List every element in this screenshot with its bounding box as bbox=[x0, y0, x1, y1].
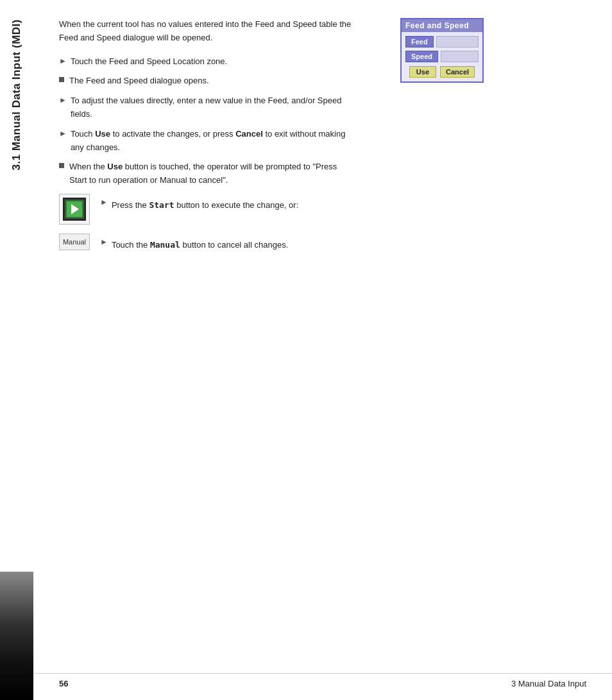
bullet-1: ► Touch the Feed and Speed Location zone… bbox=[59, 55, 354, 69]
use-button[interactable]: Use bbox=[409, 66, 436, 78]
dialog-title: Feed and Speed bbox=[402, 19, 482, 32]
play-triangle-icon bbox=[71, 204, 79, 214]
start-text: Press the Start button to execute the ch… bbox=[112, 196, 298, 212]
start-icon-box bbox=[59, 194, 90, 225]
manual-label: Manual bbox=[63, 238, 86, 246]
bullet-2-text: The Feed and Speed dialogue opens. bbox=[69, 74, 209, 88]
arrow-icon-manual: ► bbox=[100, 237, 108, 246]
manual-row-text: ► Touch the Manual button to cancel all … bbox=[100, 234, 288, 252]
feed-row: Feed bbox=[405, 36, 479, 47]
bullet-3: ► To adjust the values directly, enter a… bbox=[59, 94, 354, 121]
manual-icon-box: Manual bbox=[59, 234, 90, 250]
bullet-1-text: Touch the Feed and Speed Location zone. bbox=[71, 55, 227, 69]
dialog-body: Feed Speed Use Cancel bbox=[402, 32, 482, 81]
speed-button[interactable]: Speed bbox=[405, 51, 438, 62]
arrow-icon-start: ► bbox=[100, 198, 108, 207]
manual-text: Touch the Manual button to cancel all ch… bbox=[112, 236, 288, 252]
bullet-4: ► Touch Use to activate the changes, or … bbox=[59, 128, 354, 155]
square-icon-2 bbox=[59, 77, 64, 82]
speed-input-field bbox=[441, 51, 479, 62]
bottom-sidebar-gradient bbox=[0, 572, 33, 700]
feed-input-field bbox=[436, 36, 479, 47]
feed-speed-dialog: Feed and Speed Feed Speed Use Cancel bbox=[400, 18, 484, 83]
manual-button-row: Manual ► Touch the Manual button to canc… bbox=[59, 234, 586, 252]
cancel-button[interactable]: Cancel bbox=[440, 66, 475, 78]
arrow-icon-4: ► bbox=[59, 129, 67, 138]
start-icon-inner bbox=[63, 198, 86, 221]
bullet-5-text: When the Use button is touched, the oper… bbox=[69, 160, 354, 187]
intro-paragraph: When the current tool has no values ente… bbox=[59, 18, 354, 45]
bullet-5: When the Use button is touched, the oper… bbox=[59, 160, 354, 187]
footer: 56 3 Manual Data Input bbox=[33, 673, 612, 688]
bullet-2: The Feed and Speed dialogue opens. bbox=[59, 74, 354, 88]
start-icon-green bbox=[65, 200, 83, 218]
sidebar-label: 3.1 Manual Data Input (MDI) bbox=[10, 19, 23, 170]
bullet-4-text: Touch Use to activate the changes, or pr… bbox=[71, 128, 354, 155]
bullet-3-text: To adjust the values directly, enter a n… bbox=[71, 94, 354, 121]
start-button-row: ► Press the Start button to execute the … bbox=[59, 194, 586, 225]
arrow-icon-3: ► bbox=[59, 96, 67, 105]
speed-row: Speed bbox=[405, 51, 479, 62]
footer-title: 3 Manual Data Input bbox=[511, 679, 586, 688]
main-content: Feed and Speed Feed Speed Use Cancel Whe… bbox=[33, 0, 612, 700]
dialog-buttons: Use Cancel bbox=[405, 66, 479, 78]
arrow-icon-1: ► bbox=[59, 56, 67, 65]
square-icon-5 bbox=[59, 163, 64, 168]
feed-button[interactable]: Feed bbox=[405, 36, 434, 47]
footer-page-number: 56 bbox=[59, 679, 68, 688]
start-row-text: ► Press the Start button to execute the … bbox=[100, 194, 298, 212]
